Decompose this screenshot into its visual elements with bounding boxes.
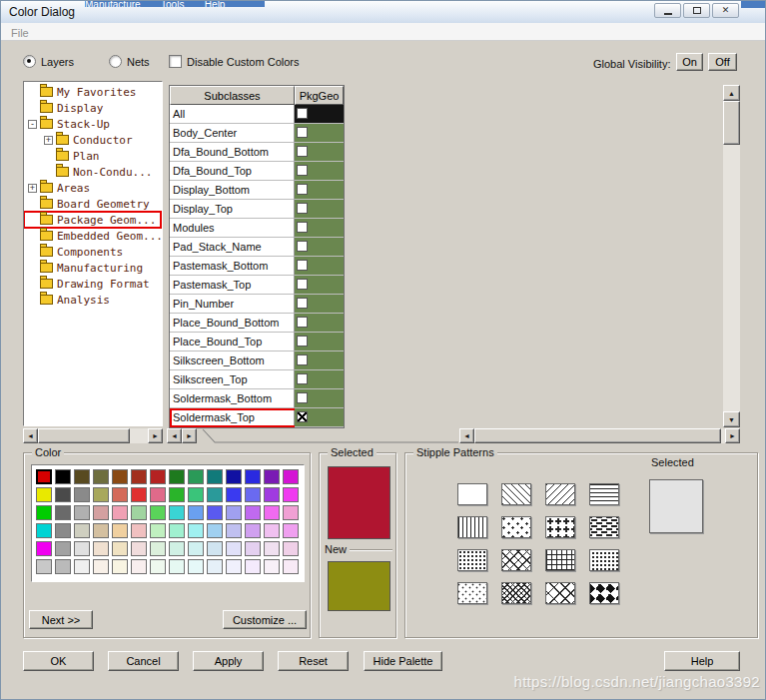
scroll-down-button[interactable]: ▼ xyxy=(723,411,740,427)
palette-swatch[interactable] xyxy=(150,505,166,520)
visibility-checkbox[interactable] xyxy=(297,392,308,403)
tree-item-plan[interactable]: Plan xyxy=(24,148,105,164)
subclass-name-cell[interactable]: Pin_Number xyxy=(170,295,295,314)
palette-swatch[interactable] xyxy=(226,469,242,484)
minimize-button[interactable] xyxy=(654,3,681,18)
palette-swatch[interactable] xyxy=(207,505,223,520)
hscrollbar-track[interactable] xyxy=(38,428,148,443)
stipple-pattern-diamond-hatch[interactable] xyxy=(501,549,531,571)
palette-swatch[interactable] xyxy=(55,505,71,520)
visibility-checkbox[interactable] xyxy=(297,222,308,233)
palette-swatch[interactable] xyxy=(131,469,147,484)
visibility-checkbox[interactable] xyxy=(297,373,308,384)
palette-swatch[interactable] xyxy=(264,469,280,484)
scroll-left-button[interactable]: ◄ xyxy=(459,428,474,443)
visibility-checkbox[interactable] xyxy=(297,260,308,271)
subclass-name-cell[interactable]: Soldermask_Top xyxy=(170,408,295,427)
palette-swatch[interactable] xyxy=(283,505,299,520)
palette-swatch[interactable] xyxy=(55,469,71,484)
palette-swatch[interactable] xyxy=(169,523,185,538)
tree-expander-icon[interactable]: - xyxy=(28,120,37,129)
tree-item-embedded-geom[interactable]: Embedded Geom... xyxy=(24,228,163,244)
visibility-checkbox[interactable] xyxy=(297,146,308,157)
ok-button[interactable]: OK xyxy=(23,651,94,671)
palette-swatch[interactable] xyxy=(264,505,280,520)
subclass-color-cell[interactable] xyxy=(295,314,344,333)
palette-swatch[interactable] xyxy=(226,541,242,556)
palette-swatch[interactable] xyxy=(74,487,90,502)
palette-swatch[interactable] xyxy=(245,523,261,538)
scroll-right-button[interactable]: ► xyxy=(148,428,163,443)
palette-swatch[interactable] xyxy=(245,559,261,574)
palette-swatch[interactable] xyxy=(150,541,166,556)
visibility-checkbox[interactable] xyxy=(297,165,308,176)
visibility-checkbox[interactable] xyxy=(297,279,308,290)
subclass-color-cell[interactable] xyxy=(295,333,344,351)
palette-swatch[interactable] xyxy=(36,505,52,520)
palette-swatch[interactable] xyxy=(188,559,204,574)
subclass-name-cell[interactable]: Pastemask_Bottom xyxy=(170,257,295,276)
tree-expander-icon[interactable]: + xyxy=(44,136,53,145)
subclass-color-cell[interactable] xyxy=(295,370,344,389)
hscrollbar-thumb[interactable] xyxy=(474,428,721,443)
palette-swatch[interactable] xyxy=(264,523,280,538)
palette-swatch[interactable] xyxy=(169,559,185,574)
palette-swatch[interactable] xyxy=(112,469,128,484)
subclass-name-cell[interactable]: Silkscreen_Bottom xyxy=(170,351,295,370)
visibility-checkbox[interactable] xyxy=(297,203,308,214)
palette-swatch[interactable] xyxy=(188,505,204,520)
disable-custom-colors-checkbox[interactable]: Disable Custom Colors xyxy=(169,55,299,68)
reset-button[interactable]: Reset xyxy=(278,651,349,671)
tree-item-my-favorites[interactable]: My Favorites xyxy=(24,84,141,100)
menu-file[interactable]: File xyxy=(11,25,29,42)
palette-swatch[interactable] xyxy=(93,469,109,484)
palette-swatch[interactable] xyxy=(188,523,204,538)
global-visibility-off-button[interactable]: Off xyxy=(708,53,737,71)
visibility-checkbox[interactable] xyxy=(297,336,308,347)
palette-swatch[interactable] xyxy=(169,505,185,520)
palette-swatch[interactable] xyxy=(207,469,223,484)
stipple-pattern-stipple[interactable] xyxy=(457,582,487,604)
palette-swatch[interactable] xyxy=(150,523,166,538)
subclass-name-cell[interactable]: Body_Center xyxy=(170,124,295,143)
palette-swatch[interactable] xyxy=(207,559,223,574)
palette-swatch[interactable] xyxy=(150,487,166,502)
subclass-name-cell[interactable]: Display_Top xyxy=(170,200,295,219)
subclass-color-cell[interactable] xyxy=(295,389,344,408)
subclass-name-cell[interactable]: Place_Bound_Bottom xyxy=(170,314,295,333)
class-tree[interactable]: My FavoritesDisplay-Stack-Up+ConductorPl… xyxy=(23,81,163,426)
palette-swatch[interactable] xyxy=(112,505,128,520)
stipple-pattern-diag-up[interactable] xyxy=(545,483,575,505)
palette-swatch[interactable] xyxy=(226,487,242,502)
subclass-name-cell[interactable]: Soldermask_Bottom xyxy=(170,389,295,408)
stipple-pattern-dash[interactable] xyxy=(589,516,619,538)
scroll-right-button[interactable]: ► xyxy=(725,428,740,443)
hscrollbar-thumb[interactable] xyxy=(38,428,130,443)
palette-swatch[interactable] xyxy=(150,469,166,484)
tree-item-conductor[interactable]: +Conductor xyxy=(24,132,138,148)
palette-swatch[interactable] xyxy=(188,487,204,502)
palette-swatch[interactable] xyxy=(93,505,109,520)
hide-palette-button[interactable]: Hide Palette xyxy=(364,651,442,671)
main-hscrollbar[interactable]: ◄ ► xyxy=(459,428,740,443)
subclass-name-cell[interactable]: Silkscreen_Top xyxy=(170,370,295,389)
palette-swatch[interactable] xyxy=(283,523,299,538)
palette-swatch[interactable] xyxy=(226,505,242,520)
close-button[interactable]: ✕ xyxy=(712,3,739,18)
tab-scroll-right-button[interactable]: ► xyxy=(182,428,197,443)
tree-item-manufacturing[interactable]: Manufacturing xyxy=(24,260,148,276)
palette-swatch[interactable] xyxy=(283,559,299,574)
palette-swatch[interactable] xyxy=(226,523,242,538)
visibility-checkbox[interactable] xyxy=(297,298,308,309)
palette-swatch[interactable] xyxy=(112,559,128,574)
palette-swatch[interactable] xyxy=(74,505,90,520)
tree-item-areas[interactable]: +Areas xyxy=(24,180,95,196)
tree-item-package-geom[interactable]: Package Geom... xyxy=(24,212,161,228)
palette-swatch[interactable] xyxy=(74,559,90,574)
hscrollbar-track[interactable] xyxy=(474,428,725,443)
palette-swatch[interactable] xyxy=(226,559,242,574)
tree-item-drawing-format[interactable]: Drawing Format xyxy=(24,276,155,292)
subclass-name-cell[interactable]: Pad_Stack_Name xyxy=(170,238,295,257)
palette-swatch[interactable] xyxy=(264,541,280,556)
visibility-checkbox[interactable] xyxy=(297,317,308,328)
